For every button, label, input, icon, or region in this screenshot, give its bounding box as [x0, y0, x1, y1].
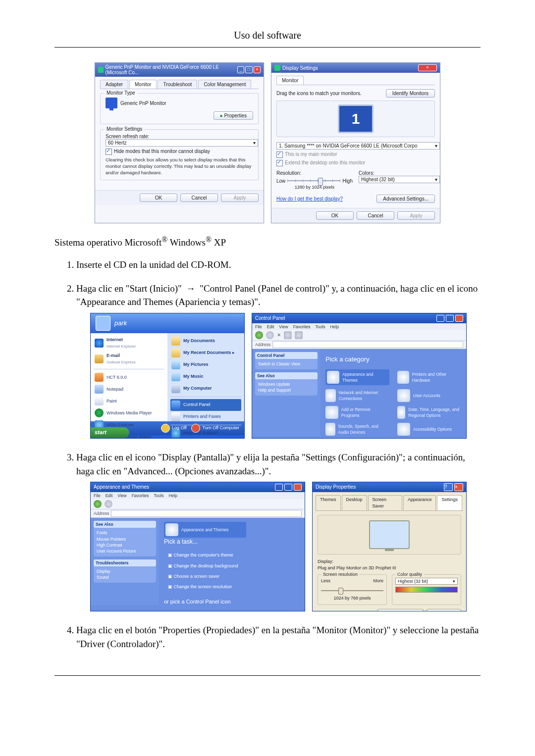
best-display-link[interactable]: How do I get the best display?	[276, 196, 343, 202]
task-resolution[interactable]: ▣ Change the screen resolution	[168, 584, 296, 590]
start-paint[interactable]: Paint	[94, 395, 164, 407]
resolution-slider[interactable]	[321, 587, 383, 594]
start-hct[interactable]: HCT 6.0.0	[94, 371, 164, 383]
start-printers[interactable]: Printers and Faxes	[170, 411, 241, 423]
folder-options-cp-icon[interactable]: Folder Options	[223, 611, 253, 611]
monitor-preview[interactable]: 1	[276, 101, 435, 137]
resolution-slider[interactable]	[287, 177, 340, 185]
toolbar[interactable]	[91, 499, 305, 509]
minimize-button[interactable]	[275, 484, 283, 491]
close-button[interactable]	[455, 315, 463, 322]
cat-add-remove[interactable]: Add or Remove Programs	[325, 406, 389, 419]
refresh-rate-select[interactable]: 60 Hertz ▾	[106, 139, 258, 147]
start-internet[interactable]: InternetInternet Explorer	[94, 335, 164, 351]
advanced-button[interactable]: Advanced	[427, 609, 461, 611]
tab-monitor[interactable]: Monitor	[276, 76, 304, 85]
display-icon[interactable]	[164, 609, 175, 611]
cancel-button[interactable]: Cancel	[357, 211, 394, 220]
forward-button-icon[interactable]	[266, 331, 274, 339]
address-bar[interactable]: Address	[91, 509, 305, 518]
side-link[interactable]: Display	[97, 568, 153, 574]
side-link[interactable]: User Account Picture	[97, 548, 153, 554]
troubleshoot-button[interactable]: Troubleshoot...	[377, 609, 423, 611]
tab-troubleshoot[interactable]: Troubleshoot	[158, 80, 197, 89]
switch-classic-link[interactable]: Switch to Classic View	[258, 361, 315, 367]
apply-button[interactable]: Apply	[397, 211, 435, 220]
side-link[interactable]: High Contrast	[97, 542, 153, 548]
menu-bar[interactable]: FileEditViewFavoritesToolsHelp	[91, 492, 305, 499]
cat-date-time[interactable]: Date, Time, Language, and Regional Optio…	[397, 406, 461, 419]
start-menu-left-column: InternetInternet Explorer E-mailOutlook …	[91, 333, 167, 421]
maximize-button[interactable]	[446, 315, 454, 322]
color-quality-select[interactable]: Highest (32 bit)▾	[395, 578, 458, 585]
cancel-button[interactable]: Cancel	[180, 194, 218, 202]
turnoff-button[interactable]: Turn Off Computer	[191, 424, 239, 433]
tab-themes[interactable]: Themes	[316, 495, 341, 510]
dialog-title-text: Generic PnP Monitor and NVIDIA GeForce 6…	[106, 64, 236, 75]
cat-users[interactable]: User Accounts	[397, 389, 461, 402]
monitor-select[interactable]: 1. Samsung **** on NVIDIA GeForce 6600 L…	[276, 142, 440, 150]
monitor-1-icon[interactable]: 1	[338, 104, 374, 133]
minimize-button[interactable]: _	[237, 66, 244, 73]
ok-button[interactable]: OK	[140, 194, 177, 202]
tab-monitor[interactable]: Monitor	[129, 80, 157, 89]
hide-modes-checkbox[interactable]: Hide modes that this monitor cannot disp…	[106, 149, 253, 155]
tab-color-management[interactable]: Color Management	[198, 80, 251, 89]
side-link[interactable]: Sound	[97, 574, 153, 580]
start-pictures[interactable]: My Pictures	[170, 359, 241, 371]
start-control-panel[interactable]: Control Panel	[170, 399, 241, 411]
cat-accessibility[interactable]: Accessibility Options	[397, 423, 461, 436]
start-email[interactable]: E-mailOutlook Express	[94, 351, 164, 367]
display-properties-screenshot: Display Properties ? × Themes Desktop Sc…	[312, 482, 467, 611]
logoff-button[interactable]: Log Off	[161, 424, 186, 433]
back-button-icon[interactable]	[255, 331, 263, 339]
start-button[interactable]: start	[91, 427, 129, 438]
start-music[interactable]: My Music	[170, 371, 241, 383]
forward-button-icon[interactable]	[105, 500, 112, 508]
task-change-theme[interactable]: ▣ Change the computer's theme	[168, 552, 296, 558]
slider-more-label: More	[373, 578, 383, 584]
tab-settings[interactable]: Settings	[437, 495, 462, 510]
help-support-link[interactable]: Help and Support	[258, 387, 315, 393]
start-recent[interactable]: My Recent Documents ▸	[170, 347, 241, 359]
toolbar[interactable]: ✕	[252, 330, 466, 341]
tab-adapter[interactable]: Adapter	[100, 80, 128, 89]
side-link[interactable]: Mouse Pointers	[97, 536, 153, 542]
tab-appearance[interactable]: Appearance	[403, 495, 436, 510]
colors-select[interactable]: Highest (32 bit) ▾	[359, 176, 440, 183]
tab-desktop[interactable]: Desktop	[342, 495, 367, 510]
properties-button[interactable]: ● Properties	[214, 111, 253, 120]
ok-button[interactable]: OK	[316, 211, 354, 220]
identify-monitors-button[interactable]: Identify Monitors	[386, 89, 435, 98]
back-button-icon[interactable]	[94, 500, 102, 508]
folder-options-icon[interactable]	[209, 609, 219, 611]
close-button[interactable]: ×	[454, 483, 463, 491]
task-screensaver[interactable]: ▣ Choose a screen saver	[168, 573, 296, 580]
help-button[interactable]: ?	[444, 483, 453, 491]
maximize-button[interactable]	[284, 484, 292, 491]
start-computer[interactable]: My Computer	[170, 383, 241, 395]
display-cp-icon[interactable]: Display	[179, 611, 194, 611]
close-button[interactable]: ×	[254, 66, 261, 73]
search-toolbar-icon[interactable]	[284, 331, 292, 339]
advanced-settings-button[interactable]: Advanced Settings...	[376, 195, 435, 203]
side-link[interactable]: Fonts	[97, 530, 153, 536]
address-bar[interactable]: Address	[252, 341, 466, 349]
task-change-background[interactable]: ▣ Change the desktop background	[168, 563, 296, 569]
windows-update-link[interactable]: Windows Update	[258, 381, 315, 387]
minimize-button[interactable]	[436, 315, 444, 322]
start-notepad[interactable]: Notepad	[94, 383, 164, 395]
cat-appearance-themes[interactable]: Appearance and Themes	[325, 369, 389, 385]
cat-printers[interactable]: Printers and Other Hardware	[397, 369, 461, 385]
apply-button[interactable]: Apply	[221, 194, 259, 202]
tab-screensaver[interactable]: Screen Saver	[368, 495, 402, 510]
cat-sounds[interactable]: Sounds, Speech, and Audio Devices	[325, 423, 389, 436]
maximize-button[interactable]: □	[245, 66, 252, 73]
cat-network[interactable]: Network and Internet Connections	[325, 389, 389, 402]
start-mydocuments[interactable]: My Documents	[170, 335, 241, 347]
close-button[interactable]	[294, 484, 302, 491]
menu-bar[interactable]: FileEditViewFavoritesToolsHelp	[252, 323, 466, 330]
close-button[interactable]: ×	[418, 64, 437, 71]
start-wmp[interactable]: Windows Media Player	[94, 407, 164, 419]
folders-toolbar-icon[interactable]	[295, 331, 303, 339]
